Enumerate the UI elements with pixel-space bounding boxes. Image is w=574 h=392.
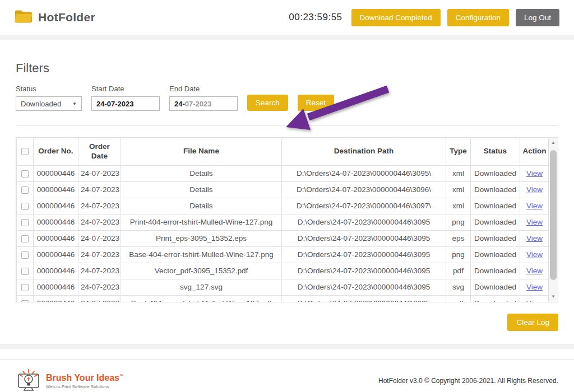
copyright-text: HotFolder v3.0 © Copyright 2006-2021. Al… — [378, 377, 558, 385]
table-row: 00000044624-07-2023Base-404-error-tshirt… — [17, 246, 549, 263]
order-date-cell: 24-07-2023 — [78, 230, 121, 246]
order-date-cell: 24-07-2023 — [78, 165, 121, 181]
file-name-cell: Details — [121, 181, 282, 198]
type-cell: xml — [446, 181, 471, 198]
view-link[interactable]: View — [526, 283, 543, 291]
row-checkbox[interactable] — [21, 186, 29, 194]
destination-path-cell: D:\Orders\24-07-2023\000000446\3096\ — [282, 181, 446, 198]
table-row: 00000044624-07-2023Vector_pdf-3095_15352… — [17, 263, 549, 279]
file-name-cell: Print-404-error-tshirt-Mulled-Wine-127.p… — [121, 295, 282, 302]
main-content: Filters Status Downloaded ▼ Start Date 2… — [0, 61, 574, 331]
column-file-name: File Name — [121, 138, 282, 166]
status-select-value: Downloaded — [21, 100, 61, 108]
select-all-checkbox[interactable] — [21, 148, 29, 155]
view-link[interactable]: View — [526, 169, 543, 178]
status-cell: Downloaded — [471, 263, 520, 279]
brand-tagline: Web-to-Print Software Solutions — [46, 384, 124, 389]
row-checkbox[interactable] — [21, 284, 29, 291]
row-checkbox[interactable] — [21, 203, 29, 210]
order-no-cell: 000000446 — [34, 246, 78, 263]
start-date-input[interactable]: 24-07-2023 — [91, 96, 160, 111]
chevron-down-icon: ▼ — [72, 101, 77, 106]
row-checkbox[interactable] — [21, 251, 29, 259]
destination-path-cell: D:\Orders\24-07-2023\000000446\3095 — [282, 214, 446, 230]
destination-path-cell: D:\Orders\24-07-2023\000000446\3095 — [282, 279, 446, 295]
clear-log-button[interactable]: Clear Log — [507, 314, 558, 331]
table-row: 00000044624-07-2023Print-404-error-tshir… — [17, 214, 549, 230]
end-date-input[interactable]: 24-07-2023 — [169, 96, 238, 111]
order-no-cell: 000000446 — [34, 165, 78, 181]
destination-path-cell: D:\Orders\24-07-2023\000000446\3095 — [282, 295, 446, 302]
table-row: 00000044624-07-2023DetailsD:\Orders\24-0… — [17, 198, 549, 214]
view-link[interactable]: View — [526, 267, 543, 275]
lightbulb-monitor-icon — [16, 367, 41, 392]
status-cell: Downloaded — [471, 181, 520, 198]
table-row: 00000044624-07-2023Print_eps-3095_15352.… — [17, 230, 549, 246]
type-cell: xml — [446, 165, 471, 181]
table-row: 00000044624-07-2023DetailsD:\Orders\24-0… — [17, 181, 549, 198]
order-date-cell: 24-07-2023 — [78, 263, 121, 279]
order-no-cell: 000000446 — [34, 214, 78, 230]
file-name-cell: Vector_pdf-3095_15352.pdf — [121, 263, 282, 279]
end-date-label: End Date — [169, 85, 238, 93]
scroll-down-icon[interactable]: ▼ — [549, 292, 558, 302]
table-scrollbar[interactable]: ▲ ▼ — [548, 138, 558, 302]
order-no-cell: 000000446 — [34, 295, 78, 302]
reset-button[interactable]: Reset — [298, 95, 334, 111]
download-completed-button[interactable]: Download Completed — [351, 9, 441, 26]
view-link[interactable]: View — [526, 202, 543, 210]
status-cell: Downloaded — [471, 230, 520, 246]
start-date-value: 24-07-2023 — [96, 100, 134, 108]
status-label: Status — [16, 85, 82, 93]
view-link[interactable]: View — [526, 234, 543, 242]
filters-divider — [16, 125, 558, 126]
brand-logo: Brush Your Ideas™ Web-to-Print Software … — [16, 367, 124, 392]
type-cell: xml — [446, 198, 471, 214]
brand-name: Brush Your Ideas™ — [46, 373, 124, 382]
status-select[interactable]: Downloaded ▼ — [16, 96, 82, 111]
app-title: HotFolder — [38, 11, 95, 24]
view-link[interactable]: View — [526, 185, 543, 194]
column-destination-path: Destination Path — [282, 138, 446, 166]
table-row: 00000044624-07-2023Print-404-error-tshir… — [17, 295, 549, 302]
configuration-button[interactable]: Configuration — [447, 9, 509, 26]
type-cell: pdf — [446, 263, 471, 279]
view-link[interactable]: View — [526, 250, 543, 259]
table-body: 00000044624-07-2023DetailsD:\Orders\24-0… — [17, 165, 549, 302]
file-name-cell: Base-404-error-tshirt-Mulled-Wine-127.pn… — [121, 246, 282, 263]
countdown-timer: 00:23:59:55 — [289, 12, 342, 23]
start-date-label: Start Date — [91, 85, 160, 93]
status-cell: Downloaded — [471, 279, 520, 295]
type-cell: png — [446, 246, 471, 263]
order-date-cell: 24-07-2023 — [78, 279, 121, 295]
file-name-cell: Print_eps-3095_15352.eps — [121, 230, 282, 246]
trademark-symbol: ™ — [119, 373, 124, 378]
order-date-cell: 24-07-2023 — [78, 181, 121, 198]
view-link[interactable]: View — [526, 299, 543, 302]
log-table: Order No. Order Date File Name Destinati… — [16, 138, 549, 302]
column-type: Type — [446, 138, 471, 166]
row-checkbox[interactable] — [21, 235, 29, 242]
order-no-cell: 000000446 — [34, 263, 78, 279]
file-name-cell: svg_127.svg — [121, 279, 282, 295]
view-link[interactable]: View — [526, 218, 543, 226]
order-date-cell: 24-07-2023 — [78, 246, 121, 263]
row-checkbox[interactable] — [21, 219, 29, 226]
destination-path-cell: D:\Orders\24-07-2023\000000446\3095 — [282, 230, 446, 246]
scroll-up-icon[interactable]: ▲ — [549, 138, 558, 148]
row-checkbox[interactable] — [21, 300, 29, 302]
row-checkbox[interactable] — [21, 170, 29, 178]
type-cell: pdf — [446, 295, 471, 302]
row-checkbox[interactable] — [21, 268, 29, 275]
log-table-container: Order No. Order Date File Name Destinati… — [16, 137, 558, 302]
footer-divider-band — [0, 344, 574, 349]
filter-row: Status Downloaded ▼ Start Date 24-07-202… — [16, 85, 558, 111]
order-date-cell: 24-07-2023 — [78, 198, 121, 214]
type-cell: svg — [446, 279, 471, 295]
app-header: HotFolder 00:23:59:55 Download Completed… — [0, 0, 574, 35]
scrollbar-thumb[interactable] — [550, 150, 557, 280]
status-cell: Downloaded — [471, 214, 520, 230]
search-button[interactable]: Search — [247, 95, 288, 111]
destination-path-cell: D:\Orders\24-07-2023\000000446\3095\ — [282, 165, 446, 181]
logout-button[interactable]: Log Out — [516, 9, 559, 26]
